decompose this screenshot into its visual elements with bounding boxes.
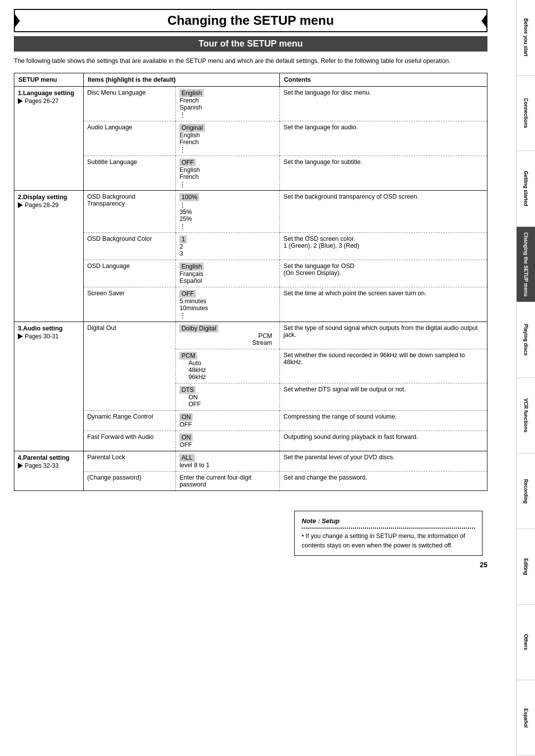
contents-fast-forward: Outputting sound during playback in fast… bbox=[280, 431, 487, 451]
sidebar-tab-editing[interactable]: Editing bbox=[517, 529, 535, 605]
sidebar-tab-changing-setup[interactable]: Changing the SETUP menu bbox=[517, 227, 535, 303]
options-digital-out-pcm: PCM Auto 48kHz 96kHz bbox=[176, 349, 280, 383]
header-items: Items (highlight is the default) bbox=[84, 73, 280, 86]
options-digital-out-dolby: Dolby Digital PCM Stream bbox=[176, 322, 280, 349]
sidebar-label: Changing the SETUP menu bbox=[523, 232, 529, 296]
item-audio-lang: Audio Language bbox=[84, 121, 176, 156]
bottom-area: Note : Setup • If you change a setting i… bbox=[14, 501, 487, 556]
contents-osd-bg-trans: Set the background transparency of OSD s… bbox=[280, 190, 487, 232]
note-box: Note : Setup • If you change a setting i… bbox=[294, 511, 482, 556]
page-ref-4: Pages 32-33 bbox=[18, 462, 80, 469]
sidebar-label: Playing discs bbox=[523, 324, 529, 356]
page-number: 25 bbox=[14, 561, 487, 569]
arrow-icon bbox=[18, 98, 23, 104]
table-row: Audio Language Original English French ⋮… bbox=[14, 121, 487, 156]
sidebar-tab-before-you-start[interactable]: Before you start bbox=[517, 0, 535, 76]
header-setup: SETUP menu bbox=[14, 73, 84, 86]
sidebar-label: Recording bbox=[523, 479, 529, 503]
section-label-2: 2.Display setting bbox=[18, 194, 80, 201]
item-parental-lock: Parental Lock bbox=[84, 451, 176, 471]
table-row: 3.Audio setting Pages 30-31 Digital Out … bbox=[14, 322, 487, 349]
item-dynamic-range: Dynamic Range Control bbox=[84, 410, 176, 431]
sidebar-label: Editing bbox=[523, 558, 529, 575]
table-row: (Change password) Enter the current four… bbox=[14, 471, 487, 490]
header-contents: Contents bbox=[280, 73, 487, 86]
options-osd-bg-color: 1 2 3 bbox=[176, 232, 280, 260]
contents-subtitle-lang: Set the language for subtitle. bbox=[280, 156, 487, 190]
options-change-password: Enter the current four-digit password bbox=[176, 471, 280, 490]
options-osd-lang: English Français Español bbox=[176, 260, 280, 287]
section-label-1: 1.Language setting bbox=[18, 90, 80, 97]
table-row: Fast Forward with Audio ON OFF Outputtin… bbox=[14, 431, 487, 451]
contents-osd-lang: Set the language for OSD(On Screen Displ… bbox=[280, 260, 487, 287]
contents-parental-lock: Set the parental level of your DVD discs… bbox=[280, 451, 487, 471]
options-subtitle-lang: OFF English French ⋮ bbox=[176, 156, 280, 190]
options-fast-forward: ON OFF bbox=[176, 431, 280, 451]
sidebar-label: Getting started bbox=[523, 171, 529, 206]
subtitle-bar: Tour of the SETUP menu bbox=[14, 36, 487, 52]
item-subtitle-lang: Subtitle Language bbox=[84, 156, 176, 190]
page-ref-1: Pages 26-27 bbox=[18, 98, 80, 105]
table-row: OSD Background Color 1 2 3 Set the OSD s… bbox=[14, 232, 487, 260]
setup-table: SETUP menu Items (highlight is the defau… bbox=[14, 73, 487, 491]
sidebar-label: Others bbox=[523, 634, 529, 650]
options-digital-out-dts: DTS ON OFF bbox=[176, 383, 280, 410]
table-row: 1.Language setting Pages 26-27 Disc Menu… bbox=[14, 86, 487, 121]
intro-text: The following table shows the settings t… bbox=[14, 56, 487, 66]
contents-change-password: Set and change the password. bbox=[280, 471, 487, 490]
item-screen-saver: Screen Saver bbox=[84, 287, 176, 322]
item-disc-menu: Disc Menu Language bbox=[84, 86, 176, 121]
sidebar-tab-connections[interactable]: Connections bbox=[517, 76, 535, 152]
page-title: Changing the SETUP menu bbox=[167, 13, 334, 28]
contents-screen-saver: Set the time at which point the screen s… bbox=[280, 287, 487, 322]
options-dynamic-range: ON OFF bbox=[176, 410, 280, 431]
sidebar-label: Before you start bbox=[523, 18, 529, 56]
table-row: 2.Display setting Pages 28-29 OSD Backgr… bbox=[14, 190, 487, 232]
item-osd-bg-trans: OSD Background Transparency bbox=[84, 190, 176, 232]
options-screen-saver: OFF 5 minutes 10minutes ⋮ bbox=[176, 287, 280, 322]
section-label-4: 4.Parental setting bbox=[18, 454, 80, 461]
arrow-icon bbox=[18, 463, 23, 469]
item-osd-lang: OSD Language bbox=[84, 260, 176, 287]
page-wrapper: Changing the SETUP menu Tour of the SETU… bbox=[0, 0, 535, 756]
options-parental-lock: ALL level 8 to 1 bbox=[176, 451, 280, 471]
sidebar-tab-recording[interactable]: Recording bbox=[517, 454, 535, 530]
table-row: Subtitle Language OFF English French ⋮ S… bbox=[14, 156, 487, 190]
note-title: Note : Setup bbox=[302, 516, 475, 529]
sidebar-tab-vcr-functions[interactable]: VCR functions bbox=[517, 378, 535, 454]
item-osd-bg-color: OSD Background Color bbox=[84, 232, 176, 260]
subtitle-text: Tour of the SETUP menu bbox=[199, 39, 303, 49]
page-ref-3: Pages 30-31 bbox=[18, 333, 80, 340]
table-row: Dynamic Range Control ON OFF Compressing… bbox=[14, 410, 487, 431]
options-disc-menu: English French Spanish ⋮ bbox=[176, 86, 280, 121]
contents-audio-lang: Set the language for audio. bbox=[280, 121, 487, 156]
sidebar-tab-playing-discs[interactable]: Playing discs bbox=[517, 302, 535, 378]
table-row: Screen Saver OFF 5 minutes 10minutes ⋮ S… bbox=[14, 287, 487, 322]
page-ref-2: Pages 28-29 bbox=[18, 202, 80, 209]
item-digital-out: Digital Out bbox=[84, 322, 176, 410]
section-label-3: 3.Audio setting bbox=[18, 325, 80, 332]
arrow-icon bbox=[18, 333, 23, 339]
table-row: OSD Language English Français Español Se… bbox=[14, 260, 487, 287]
main-content: Changing the SETUP menu Tour of the SETU… bbox=[0, 0, 497, 756]
page-title-container: Changing the SETUP menu bbox=[14, 9, 487, 32]
options-audio-lang: Original English French ⋮ bbox=[176, 121, 280, 156]
contents-digital-out-dolby: Set the type of sound signal which outpu… bbox=[280, 322, 487, 349]
item-change-password: (Change password) bbox=[84, 471, 176, 490]
sidebar-label: Español bbox=[523, 708, 529, 728]
sidebar-tab-others[interactable]: Others bbox=[517, 605, 535, 681]
contents-disc-menu: Set the language for disc menu. bbox=[280, 86, 487, 121]
sidebar-tab-getting-started[interactable]: Getting started bbox=[517, 151, 535, 227]
table-row: 4.Parental setting Pages 32-33 Parental … bbox=[14, 451, 487, 471]
sidebar-label: VCR functions bbox=[523, 398, 529, 432]
arrow-icon bbox=[18, 202, 23, 208]
contents-digital-out-dts: Set whether DTS signal will be output or… bbox=[280, 383, 487, 410]
note-text: • If you change a setting in SETUP menu,… bbox=[302, 532, 475, 550]
sidebar-label: Connections bbox=[523, 98, 529, 128]
item-fast-forward: Fast Forward with Audio bbox=[84, 431, 176, 451]
options-osd-bg-trans: 100% ⋮ 35% 25% ⋮ bbox=[176, 190, 280, 232]
sidebar-tab-espanol[interactable]: Español bbox=[517, 680, 535, 756]
contents-dynamic-range: Compressing the range of sound volume. bbox=[280, 410, 487, 431]
right-sidebar: Before you start Connections Getting sta… bbox=[516, 0, 535, 756]
contents-digital-out-pcm: Set whether the sound recorded in 96kHz … bbox=[280, 349, 487, 383]
